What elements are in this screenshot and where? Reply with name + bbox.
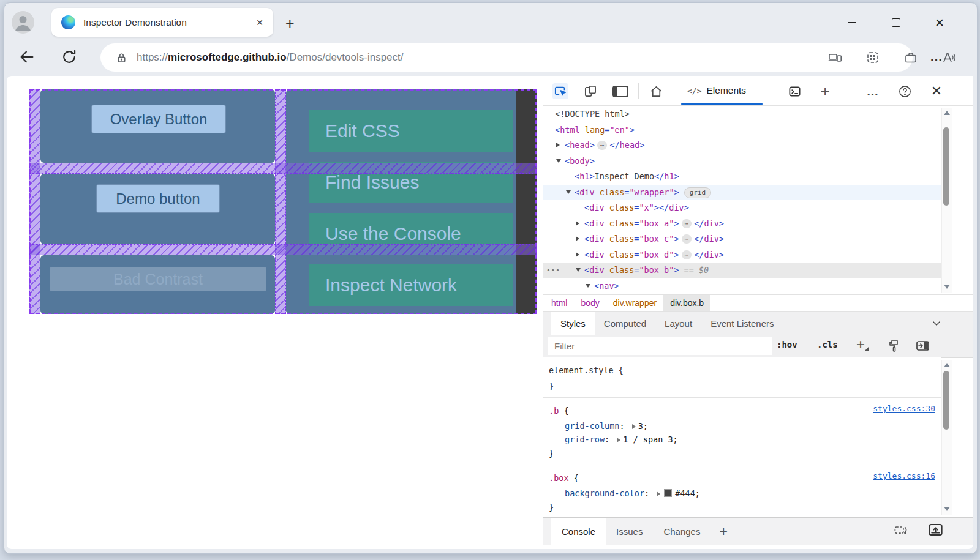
new-tab-button[interactable]: +	[285, 15, 295, 32]
collapsed-content-icon[interactable]: ⋯	[682, 234, 692, 244]
tab-layout[interactable]: Layout	[655, 312, 701, 335]
refresh-button[interactable]	[61, 48, 78, 65]
apps-icon[interactable]	[865, 50, 880, 65]
css-declaration[interactable]: grid-row: 1 / span 3;	[549, 433, 937, 446]
collapsed-content-icon[interactable]: ⋯	[682, 219, 692, 228]
breadcrumb-item[interactable]: div.box.b	[663, 295, 710, 311]
dom-token: "box c"	[639, 234, 674, 244]
tab-close-icon[interactable]: ✕	[256, 18, 263, 28]
dom-token: >	[674, 218, 679, 228]
lock-icon[interactable]	[115, 51, 128, 64]
scroll-down-icon[interactable]	[944, 507, 950, 511]
device-emulation-icon[interactable]	[582, 83, 598, 99]
expand-value-icon[interactable]	[617, 438, 620, 442]
color-swatch[interactable]	[664, 489, 672, 497]
dom-tree-row[interactable]: <!DOCTYPE html>	[543, 106, 941, 122]
home-icon[interactable]	[648, 83, 664, 99]
dom-token: >	[630, 125, 635, 135]
breadcrumb-item[interactable]: html	[551, 295, 567, 311]
dock-refresh-icon[interactable]	[893, 521, 910, 538]
grid-overlay-area: Overlay Button Demo button Bad Contrast …	[29, 89, 537, 314]
drawer-tab-changes[interactable]: Changes	[653, 518, 710, 545]
collapsed-content-icon[interactable]: ⋯	[682, 250, 692, 259]
class-toggle[interactable]: .cls	[817, 340, 838, 349]
dom-tree-row[interactable]: <h1>Inspect Demo</h1>	[543, 169, 941, 185]
breadcrumb-item[interactable]: div.wrapper	[613, 295, 657, 311]
toggle-sidebar-icon[interactable]	[915, 338, 930, 353]
help-icon[interactable]	[897, 83, 913, 99]
expand-down-icon[interactable]	[566, 190, 571, 194]
css-declaration[interactable]: background-color: #444;	[549, 487, 937, 500]
scroll-up-icon[interactable]	[944, 111, 950, 115]
briefcase-icon[interactable]	[903, 50, 918, 65]
styles-filter-input[interactable]	[548, 337, 772, 355]
dom-tree: <!DOCTYPE html><html lang="en"><head>⋯</…	[543, 105, 941, 296]
rule-selector[interactable]: element.style	[549, 365, 614, 375]
expand-right-icon[interactable]	[556, 143, 560, 147]
pseudo-state-toggle[interactable]: :hov	[777, 340, 797, 349]
styles-scroll-thumb[interactable]	[943, 371, 949, 430]
expand-value-icon[interactable]	[632, 424, 636, 429]
address-bar[interactable]: https://microsoftedge.github.io/Demos/de…	[100, 43, 913, 72]
dom-scroll-thumb[interactable]	[943, 127, 949, 206]
url-text: https://microsoftedge.github.io/Demos/de…	[137, 51, 404, 64]
dom-tree-row[interactable]: <div class="box d">⋯</div>	[543, 247, 941, 263]
expand-down-icon[interactable]	[556, 159, 561, 163]
maximize-button[interactable]	[887, 13, 905, 32]
drawer-tab-issues[interactable]: Issues	[606, 518, 653, 545]
more-tools-icon[interactable]: …	[865, 83, 881, 99]
dom-tree-row[interactable]: <nav>	[543, 278, 941, 294]
dom-tree-row[interactable]: <div class="wrapper">grid	[543, 185, 941, 201]
close-button[interactable]: ✕	[930, 13, 949, 32]
rule-selector[interactable]: .b	[549, 406, 559, 416]
expand-right-icon[interactable]	[576, 252, 579, 257]
scroll-down-icon[interactable]	[944, 285, 950, 289]
dom-tree-row[interactable]: <body>	[543, 154, 941, 170]
add-drawer-tab-icon[interactable]: +	[710, 518, 736, 545]
dom-token: h1	[664, 171, 674, 181]
breadcrumb-item[interactable]: body	[581, 295, 599, 311]
expand-right-icon[interactable]	[576, 221, 579, 226]
paint-brush-icon[interactable]	[887, 338, 902, 353]
browser-menu-icon[interactable]: …	[930, 49, 943, 64]
dom-tree-row[interactable]: <div class="x"></div>	[543, 200, 941, 216]
expand-down-icon[interactable]	[586, 284, 590, 288]
activity-bar-icon[interactable]	[612, 83, 628, 99]
send-to-devices-icon[interactable]	[827, 50, 842, 65]
read-aloud-icon[interactable]	[941, 50, 956, 65]
profile-avatar[interactable]	[12, 11, 34, 34]
node-overflow-icon[interactable]: •••	[546, 263, 560, 278]
tab-styles[interactable]: Styles	[551, 312, 595, 335]
minimize-button[interactable]	[843, 13, 861, 32]
tab-computed[interactable]: Computed	[595, 312, 655, 335]
inspect-element-icon[interactable]	[552, 83, 568, 99]
back-button[interactable]	[18, 48, 36, 65]
tab-elements[interactable]: </> Elements	[679, 77, 755, 105]
close-devtools-icon[interactable]: ✕	[929, 83, 944, 99]
expand-drawer-icon[interactable]	[927, 521, 944, 538]
expand-right-icon[interactable]	[576, 236, 579, 241]
dom-tree-row[interactable]: <html lang="en">	[543, 122, 941, 138]
dom-token: "x"	[639, 203, 654, 212]
scroll-up-icon[interactable]	[944, 363, 950, 367]
rule-selector[interactable]: .box	[549, 473, 569, 483]
collapsed-content-icon[interactable]: ⋯	[597, 141, 608, 150]
add-panel-icon[interactable]: +	[817, 83, 833, 99]
grid-badge[interactable]: grid	[684, 187, 712, 198]
new-style-rule-button[interactable]: +	[856, 336, 865, 353]
stylesheet-link[interactable]: styles.css:16	[873, 471, 935, 480]
expand-down-icon[interactable]	[576, 268, 581, 272]
dom-tree-row[interactable]: <div class="box a">⋯</div>	[543, 216, 941, 232]
dom-tree-row[interactable]: <head>⋯</head>	[543, 138, 941, 154]
css-declaration[interactable]: grid-column: 3;	[549, 419, 937, 433]
tab-event-listeners[interactable]: Event Listeners	[701, 312, 783, 335]
expand-value-icon[interactable]	[657, 491, 660, 496]
chevron-down-icon[interactable]	[931, 318, 942, 329]
dom-tree-row[interactable]: •••<div class="box b">== $0	[543, 263, 941, 278]
browser-tab[interactable]: Inspector Demonstration ✕	[51, 8, 273, 37]
console-panel-icon[interactable]	[786, 83, 802, 99]
stylesheet-link[interactable]: styles.css:30	[873, 404, 935, 413]
dom-tree-row[interactable]: <div class="box c">⋯</div>	[543, 231, 941, 247]
dom-token: div	[589, 250, 604, 259]
drawer-tab-console[interactable]: Console	[551, 518, 606, 545]
